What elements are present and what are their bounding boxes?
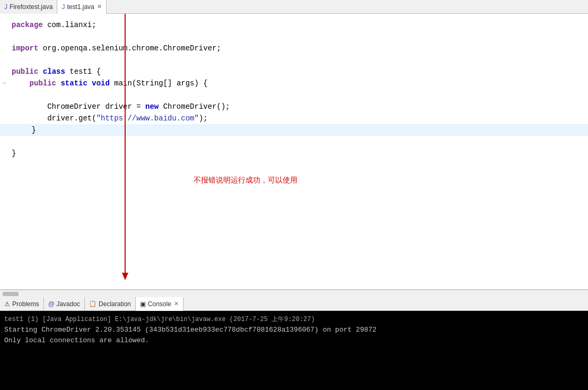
java-file-icon: J	[4, 3, 7, 11]
code-text-8: ChromeDriver driver = new ChromeDriver()…	[9, 101, 230, 112]
tab-declaration-label: Declaration	[99, 300, 131, 308]
code-line-12: }	[0, 148, 588, 159]
code-line-7	[0, 89, 588, 101]
annotation-text: 不报错说明运行成功，可以使用	[194, 176, 297, 185]
code-content[interactable]: package com.lianxi; import org.openqa.se…	[0, 14, 588, 276]
tab-console-label: Console	[148, 300, 171, 308]
code-line-11	[0, 136, 588, 148]
code-text-6: public static void main(String[] args) {	[9, 77, 208, 89]
code-line-2	[0, 31, 588, 42]
scroll-thumb[interactable]	[3, 292, 19, 296]
code-text-5: public class test1 {	[9, 66, 101, 77]
declaration-icon: 📋	[89, 300, 96, 307]
code-text-9: driver.get("https://www.baidu.com");	[9, 112, 208, 124]
editor-tab-bar: J Firefoxtest.java J test1.java ✕	[0, 0, 588, 14]
console-header: test1 (1) [Java Application] E:\java-jdk…	[4, 314, 584, 325]
code-line-3: import org.openqa.selenium.chrome.Chrome…	[0, 42, 588, 54]
java-file-icon-2: J	[62, 3, 65, 11]
code-text-3: import org.openqa.selenium.chrome.Chrome…	[9, 42, 221, 54]
javadoc-icon: @	[48, 300, 55, 308]
tab-firefoxtest[interactable]: J Firefoxtest.java	[0, 0, 57, 14]
code-text-1: package com.lianxi;	[9, 19, 96, 31]
code-text-10: }	[11, 124, 36, 136]
tab-declaration[interactable]: 📋 Declaration	[85, 297, 136, 311]
tab-problems-label: Problems	[12, 300, 39, 308]
code-line-4	[0, 54, 588, 66]
editor-horizontal-scrollbar[interactable]	[0, 290, 588, 297]
tab-test1-close[interactable]: ✕	[97, 3, 102, 10]
editor-area: package com.lianxi; import org.openqa.se…	[0, 14, 588, 290]
fold-icon-main[interactable]: −	[3, 77, 9, 89]
code-line-1: package com.lianxi;	[0, 19, 588, 31]
tab-javadoc[interactable]: @ Javadoc	[44, 297, 85, 311]
code-line-9: driver.get("https://www.baidu.com");	[0, 112, 588, 124]
problems-icon: ⚠	[4, 300, 10, 308]
code-line-8: ChromeDriver driver = new ChromeDriver()…	[0, 101, 588, 112]
tab-javadoc-label: Javadoc	[56, 300, 80, 308]
console-icon: ▣	[140, 300, 146, 308]
code-line-6: − public static void main(String[] args)…	[0, 77, 588, 89]
tab-test1-label: test1.java	[67, 3, 94, 11]
code-text-12: }	[9, 148, 16, 159]
tab-test1[interactable]: J test1.java ✕	[57, 0, 106, 14]
tab-console-close[interactable]: ✕	[174, 300, 179, 307]
tab-console[interactable]: ▣ Console ✕	[136, 297, 183, 311]
bottom-tab-bar: ⚠ Problems @ Javadoc 📋 Declaration ▣ Con…	[0, 297, 588, 311]
code-line-10: }	[0, 124, 588, 136]
code-line-5: public class test1 {	[0, 66, 588, 77]
console-line-1: Starting ChromeDriver 2.20.353145 (343b5…	[4, 325, 584, 335]
bottom-panel: ⚠ Problems @ Javadoc 📋 Declaration ▣ Con…	[0, 297, 588, 390]
fold-gutter-1	[3, 19, 9, 31]
console-line-2: Only local connections are allowed.	[4, 335, 584, 346]
tab-problems[interactable]: ⚠ Problems	[0, 297, 44, 311]
console-output-area: test1 (1) [Java Application] E:\java-jdk…	[0, 311, 588, 390]
tab-firefoxtest-label: Firefoxtest.java	[10, 3, 52, 11]
